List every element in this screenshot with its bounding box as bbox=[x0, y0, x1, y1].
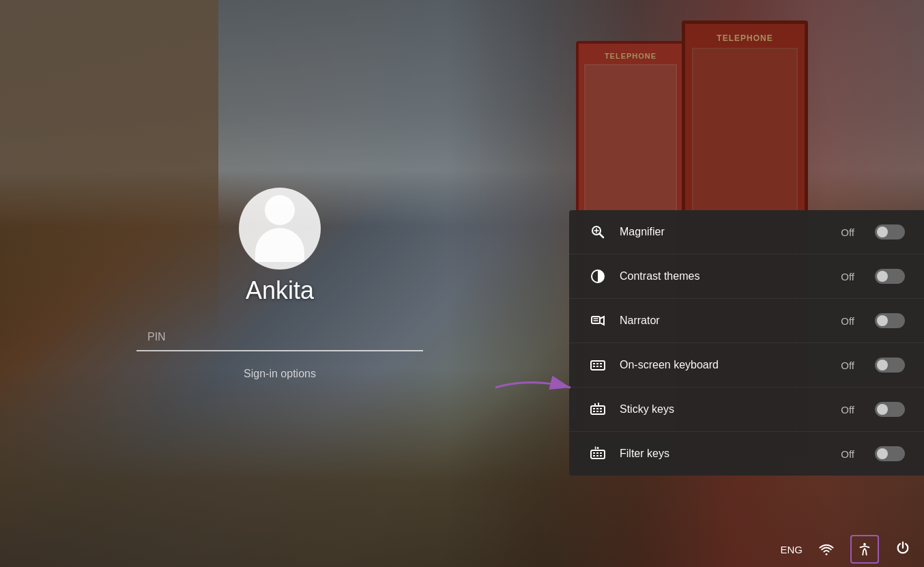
filter-keys-icon bbox=[588, 444, 607, 463]
filter-keys-label: Filter keys bbox=[620, 448, 828, 460]
filter-keys-status: Off bbox=[841, 448, 854, 460]
taskbar: ENG bbox=[0, 532, 924, 567]
svg-rect-11 bbox=[596, 363, 598, 364]
svg-rect-10 bbox=[593, 363, 595, 364]
magnifier-label: Magnifier bbox=[620, 226, 828, 238]
svg-point-32 bbox=[863, 543, 866, 546]
keyboard-label: On-screen keyboard bbox=[620, 359, 828, 371]
sticky-keys-toggle[interactable] bbox=[875, 402, 905, 417]
avatar-body bbox=[255, 228, 304, 262]
svg-line-1 bbox=[600, 234, 604, 238]
svg-rect-24 bbox=[593, 452, 595, 454]
svg-rect-29 bbox=[600, 455, 602, 456]
contrast-label: Contrast themes bbox=[620, 270, 828, 282]
contrast-icon bbox=[588, 267, 607, 286]
svg-rect-14 bbox=[596, 366, 598, 367]
contrast-toggle[interactable] bbox=[875, 269, 905, 284]
svg-point-30 bbox=[597, 447, 599, 449]
accessibility-button[interactable] bbox=[850, 535, 879, 564]
svg-rect-17 bbox=[593, 408, 595, 409]
panel-row-sticky: Sticky keys Off bbox=[569, 388, 924, 432]
svg-marker-6 bbox=[600, 317, 604, 325]
keyboard-toggle[interactable] bbox=[875, 358, 905, 373]
magnifier-icon bbox=[588, 222, 607, 242]
panel-row-narrator: Narrator Off bbox=[569, 299, 924, 343]
avatar-head bbox=[265, 195, 295, 225]
magnifier-status: Off bbox=[841, 227, 854, 238]
svg-rect-23 bbox=[591, 450, 605, 459]
contrast-status: Off bbox=[841, 271, 854, 282]
narrator-label: Narrator bbox=[620, 315, 828, 327]
svg-rect-15 bbox=[600, 366, 602, 367]
pin-input[interactable] bbox=[136, 324, 423, 351]
svg-rect-9 bbox=[591, 361, 605, 370]
magnifier-toggle[interactable] bbox=[875, 224, 905, 239]
power-button[interactable] bbox=[895, 540, 910, 559]
svg-rect-26 bbox=[600, 452, 602, 454]
sticky-keys-label: Sticky keys bbox=[620, 403, 828, 416]
svg-rect-21 bbox=[596, 411, 598, 412]
login-area: Ankita Sign-in options bbox=[0, 0, 560, 567]
svg-rect-16 bbox=[591, 406, 605, 414]
wifi-icon[interactable] bbox=[819, 542, 834, 556]
panel-row-contrast: Contrast themes Off bbox=[569, 255, 924, 299]
narrator-toggle[interactable] bbox=[875, 313, 905, 328]
narrator-icon bbox=[588, 311, 607, 330]
keyboard-icon bbox=[588, 355, 607, 375]
panel-row-filter: Filter keys Off bbox=[569, 432, 924, 476]
avatar bbox=[239, 188, 321, 270]
svg-rect-19 bbox=[600, 408, 602, 409]
svg-rect-13 bbox=[593, 366, 595, 367]
filter-keys-toggle[interactable] bbox=[875, 446, 905, 461]
svg-rect-12 bbox=[600, 363, 602, 364]
svg-rect-20 bbox=[593, 411, 595, 412]
sticky-keys-icon bbox=[588, 400, 607, 419]
sticky-keys-status: Off bbox=[841, 404, 854, 416]
panel-row-keyboard: On-screen keyboard Off bbox=[569, 343, 924, 388]
narrator-status: Off bbox=[841, 315, 854, 327]
svg-rect-28 bbox=[596, 455, 598, 456]
taskbar-language: ENG bbox=[780, 544, 803, 555]
svg-rect-27 bbox=[593, 455, 595, 456]
avatar-icon bbox=[255, 195, 304, 262]
signin-options-link[interactable]: Sign-in options bbox=[244, 368, 316, 380]
username-label: Ankita bbox=[246, 276, 314, 305]
svg-rect-5 bbox=[592, 317, 600, 323]
keyboard-status: Off bbox=[841, 360, 854, 371]
svg-rect-22 bbox=[600, 411, 602, 412]
panel-row-magnifier: Magnifier Off bbox=[569, 210, 924, 255]
svg-rect-18 bbox=[596, 408, 598, 409]
accessibility-panel: Magnifier Off Contrast themes Off Narrat… bbox=[569, 210, 924, 476]
svg-rect-25 bbox=[596, 452, 598, 454]
